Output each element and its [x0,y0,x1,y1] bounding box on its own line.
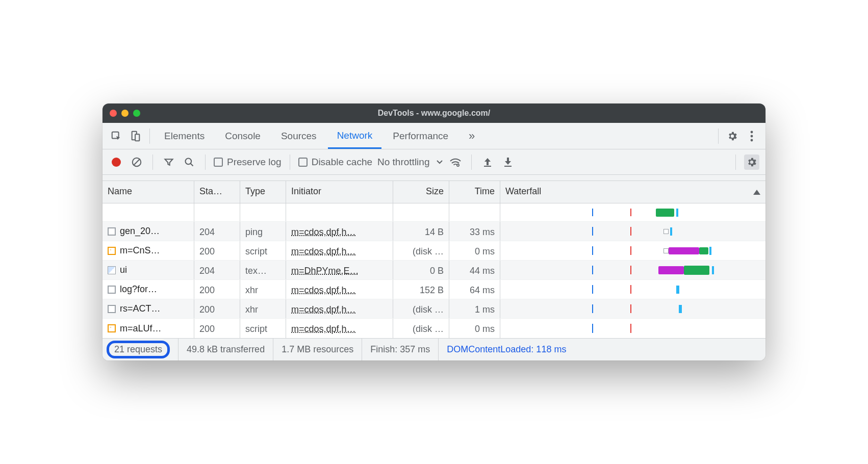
request-initiator[interactable]: m=cdos,dpf,h… [286,280,393,299]
svg-line-7 [134,159,140,165]
file-icon [108,305,116,313]
preserve-log-label: Preserve log [227,157,282,168]
table-row[interactable]: rs=ACT… 200 xhr m=cdos,dpf,h… (disk … 1 … [103,299,765,319]
col-initiator[interactable]: Initiator [286,181,393,203]
maximize-window-button[interactable] [133,110,140,117]
throttling-value: No throttling [377,157,429,168]
request-initiator[interactable]: m=cdos,dpf,h… [286,299,393,318]
inspect-element-icon[interactable] [108,127,125,145]
filter-icon[interactable] [161,154,176,170]
request-status: 200 [194,299,240,318]
settings-gear-icon[interactable] [724,127,741,145]
request-size: (disk … [393,319,449,338]
svg-rect-13 [504,166,512,167]
request-status: 200 [194,280,240,299]
close-window-button[interactable] [110,110,117,117]
disable-cache-label: Disable cache [312,157,372,168]
requests-count: 21 requests [107,341,170,358]
separator [718,128,719,144]
col-waterfall[interactable]: Waterfall [500,181,765,203]
request-name: rs=ACT… [120,303,161,314]
request-type: script [240,319,286,338]
request-name: m=CnS… [120,245,160,256]
col-type[interactable]: Type [240,181,286,203]
svg-point-5 [751,139,753,141]
request-initiator[interactable]: m=cdos,dpf,h… [286,222,393,241]
separator [149,128,150,144]
request-name: gen_20… [120,226,160,237]
request-initiator[interactable]: m=cdos,dpf,h… [286,319,393,338]
table-header: Name Sta… Type Initiator Size Time Water… [103,181,765,203]
tab-console[interactable]: Console [216,124,270,148]
network-settings-icon[interactable] [744,154,759,170]
col-time[interactable]: Time [449,181,500,203]
request-status: 200 [194,241,240,260]
request-type: script [240,241,286,260]
network-toolbar: Preserve log Disable cache No throttling [103,149,765,175]
request-time: 33 ms [449,222,500,241]
device-toolbar-icon[interactable] [127,127,144,145]
table-row[interactable]: m=CnS… 200 script m=cdos,dpf,h… (disk … … [103,241,765,261]
script-icon [108,247,116,255]
clear-button[interactable] [129,154,144,170]
table-row[interactable]: m=aLUf… 200 script m=cdos,dpf,h… (disk …… [103,319,765,338]
request-status: 204 [194,222,240,241]
table-row[interactable]: gen_20… 204 ping m=cdos,dpf,h… 14 B 33 m… [103,222,765,241]
request-size: (disk … [393,299,449,318]
request-size: 152 B [393,280,449,299]
svg-point-11 [457,164,458,165]
network-conditions-icon[interactable] [448,154,463,170]
request-size: 0 B [393,261,449,279]
tab-performance[interactable]: Performance [384,124,457,148]
request-status: 200 [194,319,240,338]
upload-har-icon[interactable] [480,154,495,170]
request-time: 64 ms [449,280,500,299]
request-size: 14 B [393,222,449,241]
col-size[interactable]: Size [393,181,449,203]
request-initiator[interactable]: m=DhPYme,E… [286,261,393,279]
request-initiator[interactable]: m=cdos,dpf,h… [286,241,393,260]
disable-cache-checkbox[interactable]: Disable cache [298,157,372,168]
request-type: xhr [240,299,286,318]
tab-elements[interactable]: Elements [155,124,214,148]
col-status[interactable]: Sta… [194,181,240,203]
search-icon[interactable] [182,154,197,170]
devtools-window: DevTools - www.google.com/ Elements Cons… [103,104,765,360]
separator [471,154,472,170]
request-type: tex… [240,261,286,279]
tab-overflow[interactable]: » [459,123,484,149]
request-status: 204 [194,261,240,279]
sort-indicator-icon [753,190,760,195]
minimize-window-button[interactable] [121,110,129,117]
svg-line-9 [191,163,193,166]
finish-time: Finish: 357 ms [362,339,439,360]
preserve-log-checkbox[interactable]: Preserve log [214,157,282,168]
status-bar: 21 requests 49.8 kB transferred 1.7 MB r… [103,338,765,360]
throttling-select[interactable]: No throttling [377,157,443,168]
tab-network[interactable]: Network [328,124,382,149]
separator [735,154,736,170]
svg-point-4 [751,135,753,137]
request-time: 44 ms [449,261,500,279]
request-name: ui [120,265,127,275]
request-time: 1 ms [449,299,500,318]
separator [205,154,206,170]
request-name: m=aLUf… [120,323,162,334]
separator [290,154,290,170]
svg-rect-12 [484,166,491,167]
record-button[interactable] [109,154,124,170]
titlebar: DevTools - www.google.com/ [103,104,765,123]
request-time: 0 ms [449,319,500,338]
request-type: ping [240,222,286,241]
window-title: DevTools - www.google.com/ [103,109,765,118]
col-name[interactable]: Name [103,181,194,203]
more-menu-icon[interactable] [743,127,760,145]
table-row[interactable]: log?for… 200 xhr m=cdos,dpf,h… 152 B 64 … [103,280,765,299]
traffic-lights [110,110,140,117]
request-type: xhr [240,280,286,299]
table-row[interactable]: ui 204 tex… m=DhPYme,E… 0 B 44 ms [103,261,765,280]
tab-sources[interactable]: Sources [272,124,326,148]
svg-point-8 [186,158,192,164]
download-har-icon[interactable] [500,154,516,170]
separator [152,154,153,170]
